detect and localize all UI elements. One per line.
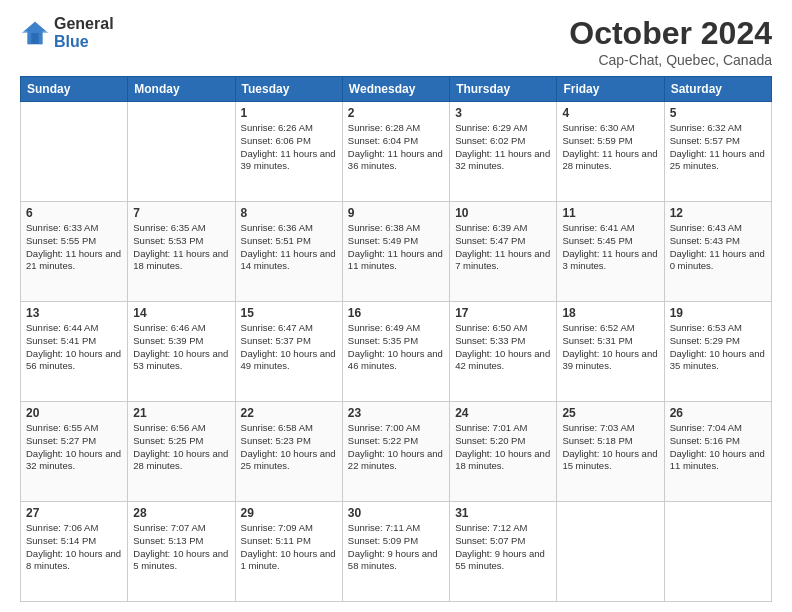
day-num-w4-d3: 22 — [241, 406, 337, 420]
day-num-w1-d7: 5 — [670, 106, 766, 120]
cell-w1-d7: 5Sunrise: 6:32 AMSunset: 5:57 PMDaylight… — [664, 102, 771, 202]
cell-w2-d7: 12Sunrise: 6:43 AMSunset: 5:43 PMDayligh… — [664, 202, 771, 302]
cell-w1-d3: 1Sunrise: 6:26 AMSunset: 6:06 PMDaylight… — [235, 102, 342, 202]
cell-w1-d4: 2Sunrise: 6:28 AMSunset: 6:04 PMDaylight… — [342, 102, 449, 202]
cell-w5-d1: 27Sunrise: 7:06 AMSunset: 5:14 PMDayligh… — [21, 502, 128, 602]
cell-info-w4-d6: Sunrise: 7:03 AMSunset: 5:18 PMDaylight:… — [562, 422, 658, 473]
day-num-w5-d4: 30 — [348, 506, 444, 520]
day-num-w2-d2: 7 — [133, 206, 229, 220]
cell-info-w3-d5: Sunrise: 6:50 AMSunset: 5:33 PMDaylight:… — [455, 322, 551, 373]
header: General Blue October 2024 Cap-Chat, Queb… — [20, 15, 772, 68]
cell-info-w1-d6: Sunrise: 6:30 AMSunset: 5:59 PMDaylight:… — [562, 122, 658, 173]
cell-w3-d7: 19Sunrise: 6:53 AMSunset: 5:29 PMDayligh… — [664, 302, 771, 402]
week-row-1: 1Sunrise: 6:26 AMSunset: 6:06 PMDaylight… — [21, 102, 772, 202]
cell-w2-d1: 6Sunrise: 6:33 AMSunset: 5:55 PMDaylight… — [21, 202, 128, 302]
day-num-w2-d3: 8 — [241, 206, 337, 220]
cell-w5-d3: 29Sunrise: 7:09 AMSunset: 5:11 PMDayligh… — [235, 502, 342, 602]
cell-w1-d6: 4Sunrise: 6:30 AMSunset: 5:59 PMDaylight… — [557, 102, 664, 202]
cell-w5-d7 — [664, 502, 771, 602]
cell-w3-d2: 14Sunrise: 6:46 AMSunset: 5:39 PMDayligh… — [128, 302, 235, 402]
title-area: October 2024 Cap-Chat, Quebec, Canada — [569, 15, 772, 68]
cell-w4-d2: 21Sunrise: 6:56 AMSunset: 5:25 PMDayligh… — [128, 402, 235, 502]
cell-w2-d6: 11Sunrise: 6:41 AMSunset: 5:45 PMDayligh… — [557, 202, 664, 302]
day-num-w4-d4: 23 — [348, 406, 444, 420]
cell-info-w4-d2: Sunrise: 6:56 AMSunset: 5:25 PMDaylight:… — [133, 422, 229, 473]
cell-info-w5-d2: Sunrise: 7:07 AMSunset: 5:13 PMDaylight:… — [133, 522, 229, 573]
col-sunday: Sunday — [21, 77, 128, 102]
cell-info-w1-d3: Sunrise: 6:26 AMSunset: 6:06 PMDaylight:… — [241, 122, 337, 173]
cell-info-w2-d1: Sunrise: 6:33 AMSunset: 5:55 PMDaylight:… — [26, 222, 122, 273]
cell-w2-d2: 7Sunrise: 6:35 AMSunset: 5:53 PMDaylight… — [128, 202, 235, 302]
cell-w3-d5: 17Sunrise: 6:50 AMSunset: 5:33 PMDayligh… — [450, 302, 557, 402]
cell-info-w5-d1: Sunrise: 7:06 AMSunset: 5:14 PMDaylight:… — [26, 522, 122, 573]
day-num-w4-d1: 20 — [26, 406, 122, 420]
cell-w4-d1: 20Sunrise: 6:55 AMSunset: 5:27 PMDayligh… — [21, 402, 128, 502]
col-thursday: Thursday — [450, 77, 557, 102]
logo-general-text: General — [54, 15, 114, 33]
week-row-3: 13Sunrise: 6:44 AMSunset: 5:41 PMDayligh… — [21, 302, 772, 402]
cell-w5-d6 — [557, 502, 664, 602]
day-num-w1-d5: 3 — [455, 106, 551, 120]
cell-info-w1-d4: Sunrise: 6:28 AMSunset: 6:04 PMDaylight:… — [348, 122, 444, 173]
day-num-w4-d7: 26 — [670, 406, 766, 420]
cell-info-w2-d3: Sunrise: 6:36 AMSunset: 5:51 PMDaylight:… — [241, 222, 337, 273]
cell-info-w3-d4: Sunrise: 6:49 AMSunset: 5:35 PMDaylight:… — [348, 322, 444, 373]
cell-w3-d6: 18Sunrise: 6:52 AMSunset: 5:31 PMDayligh… — [557, 302, 664, 402]
cell-info-w5-d4: Sunrise: 7:11 AMSunset: 5:09 PMDaylight:… — [348, 522, 444, 573]
cell-w1-d5: 3Sunrise: 6:29 AMSunset: 6:02 PMDaylight… — [450, 102, 557, 202]
day-num-w4-d2: 21 — [133, 406, 229, 420]
week-row-2: 6Sunrise: 6:33 AMSunset: 5:55 PMDaylight… — [21, 202, 772, 302]
cell-w3-d4: 16Sunrise: 6:49 AMSunset: 5:35 PMDayligh… — [342, 302, 449, 402]
logo-icon — [20, 18, 50, 48]
cell-info-w4-d7: Sunrise: 7:04 AMSunset: 5:16 PMDaylight:… — [670, 422, 766, 473]
cell-info-w1-d7: Sunrise: 6:32 AMSunset: 5:57 PMDaylight:… — [670, 122, 766, 173]
page: General Blue October 2024 Cap-Chat, Queb… — [0, 0, 792, 612]
day-num-w2-d5: 10 — [455, 206, 551, 220]
logo-blue-text: Blue — [54, 33, 114, 51]
day-num-w3-d5: 17 — [455, 306, 551, 320]
col-saturday: Saturday — [664, 77, 771, 102]
col-tuesday: Tuesday — [235, 77, 342, 102]
location-subtitle: Cap-Chat, Quebec, Canada — [569, 52, 772, 68]
col-friday: Friday — [557, 77, 664, 102]
logo: General Blue — [20, 15, 114, 50]
logo-text: General Blue — [54, 15, 114, 50]
col-wednesday: Wednesday — [342, 77, 449, 102]
cell-info-w3-d7: Sunrise: 6:53 AMSunset: 5:29 PMDaylight:… — [670, 322, 766, 373]
week-row-5: 27Sunrise: 7:06 AMSunset: 5:14 PMDayligh… — [21, 502, 772, 602]
month-title: October 2024 — [569, 15, 772, 52]
day-num-w2-d6: 11 — [562, 206, 658, 220]
cell-w3-d3: 15Sunrise: 6:47 AMSunset: 5:37 PMDayligh… — [235, 302, 342, 402]
day-num-w5-d2: 28 — [133, 506, 229, 520]
day-num-w3-d3: 15 — [241, 306, 337, 320]
cell-w4-d6: 25Sunrise: 7:03 AMSunset: 5:18 PMDayligh… — [557, 402, 664, 502]
cell-w5-d5: 31Sunrise: 7:12 AMSunset: 5:07 PMDayligh… — [450, 502, 557, 602]
day-num-w1-d3: 1 — [241, 106, 337, 120]
cell-info-w2-d6: Sunrise: 6:41 AMSunset: 5:45 PMDaylight:… — [562, 222, 658, 273]
cell-w4-d5: 24Sunrise: 7:01 AMSunset: 5:20 PMDayligh… — [450, 402, 557, 502]
cell-info-w4-d3: Sunrise: 6:58 AMSunset: 5:23 PMDaylight:… — [241, 422, 337, 473]
week-row-4: 20Sunrise: 6:55 AMSunset: 5:27 PMDayligh… — [21, 402, 772, 502]
cell-info-w4-d5: Sunrise: 7:01 AMSunset: 5:20 PMDaylight:… — [455, 422, 551, 473]
day-num-w5-d3: 29 — [241, 506, 337, 520]
cell-w2-d3: 8Sunrise: 6:36 AMSunset: 5:51 PMDaylight… — [235, 202, 342, 302]
day-num-w2-d7: 12 — [670, 206, 766, 220]
day-num-w5-d5: 31 — [455, 506, 551, 520]
cell-info-w2-d7: Sunrise: 6:43 AMSunset: 5:43 PMDaylight:… — [670, 222, 766, 273]
cell-info-w2-d2: Sunrise: 6:35 AMSunset: 5:53 PMDaylight:… — [133, 222, 229, 273]
cell-w5-d4: 30Sunrise: 7:11 AMSunset: 5:09 PMDayligh… — [342, 502, 449, 602]
cell-w2-d4: 9Sunrise: 6:38 AMSunset: 5:49 PMDaylight… — [342, 202, 449, 302]
cell-info-w5-d5: Sunrise: 7:12 AMSunset: 5:07 PMDaylight:… — [455, 522, 551, 573]
cell-info-w2-d5: Sunrise: 6:39 AMSunset: 5:47 PMDaylight:… — [455, 222, 551, 273]
cell-w1-d1 — [21, 102, 128, 202]
day-num-w3-d4: 16 — [348, 306, 444, 320]
cell-info-w3-d3: Sunrise: 6:47 AMSunset: 5:37 PMDaylight:… — [241, 322, 337, 373]
day-num-w1-d6: 4 — [562, 106, 658, 120]
day-num-w2-d4: 9 — [348, 206, 444, 220]
day-num-w1-d4: 2 — [348, 106, 444, 120]
cell-w5-d2: 28Sunrise: 7:07 AMSunset: 5:13 PMDayligh… — [128, 502, 235, 602]
cell-info-w3-d2: Sunrise: 6:46 AMSunset: 5:39 PMDaylight:… — [133, 322, 229, 373]
day-num-w4-d5: 24 — [455, 406, 551, 420]
calendar-table: Sunday Monday Tuesday Wednesday Thursday… — [20, 76, 772, 602]
cell-w4-d3: 22Sunrise: 6:58 AMSunset: 5:23 PMDayligh… — [235, 402, 342, 502]
